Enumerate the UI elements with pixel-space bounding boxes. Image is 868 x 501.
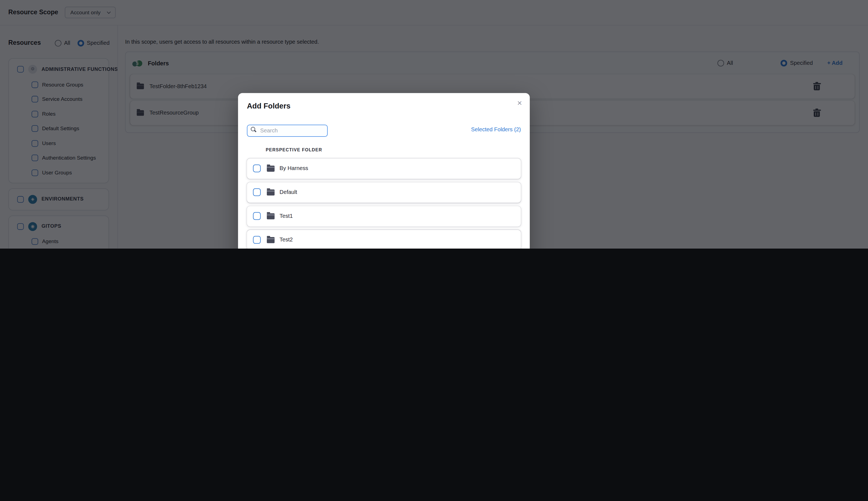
modal-folders-list: By Harness Default Test1 Test2 Test3 Tes… <box>247 158 521 248</box>
column-header: PERSPECTIVE FOLDER <box>266 148 521 153</box>
row-checkbox[interactable] <box>253 164 261 172</box>
folder-icon <box>267 166 274 172</box>
add-folders-modal: × Add Folders Selected Folders (2) PERSP… <box>238 93 530 248</box>
modal-folder-row[interactable]: Test1 <box>247 206 521 227</box>
row-checkbox[interactable] <box>253 212 261 220</box>
folder-name: Test1 <box>280 213 293 220</box>
app-root: Resource Scope Account only Resources Al… <box>0 0 868 248</box>
folder-icon <box>267 213 274 219</box>
folder-name: By Harness <box>280 166 308 172</box>
search-input[interactable] <box>247 125 327 137</box>
modal-folder-row[interactable]: Test2 <box>247 230 521 248</box>
folder-name: Default <box>280 189 297 195</box>
folder-icon <box>267 189 274 195</box>
row-checkbox[interactable] <box>253 236 261 244</box>
close-icon[interactable]: × <box>517 98 522 108</box>
modal-search-row: Selected Folders (2) <box>247 124 521 136</box>
search-icon <box>251 127 255 131</box>
selected-folders-link[interactable]: Selected Folders (2) <box>471 126 521 133</box>
folder-icon <box>267 237 274 243</box>
folder-name: Test2 <box>280 237 293 243</box>
modal-folder-row[interactable]: Default <box>247 182 521 203</box>
row-checkbox[interactable] <box>253 189 261 196</box>
search-field <box>247 124 327 136</box>
modal-title: Add Folders <box>247 102 521 111</box>
modal-folder-row[interactable]: By Harness <box>247 158 521 179</box>
